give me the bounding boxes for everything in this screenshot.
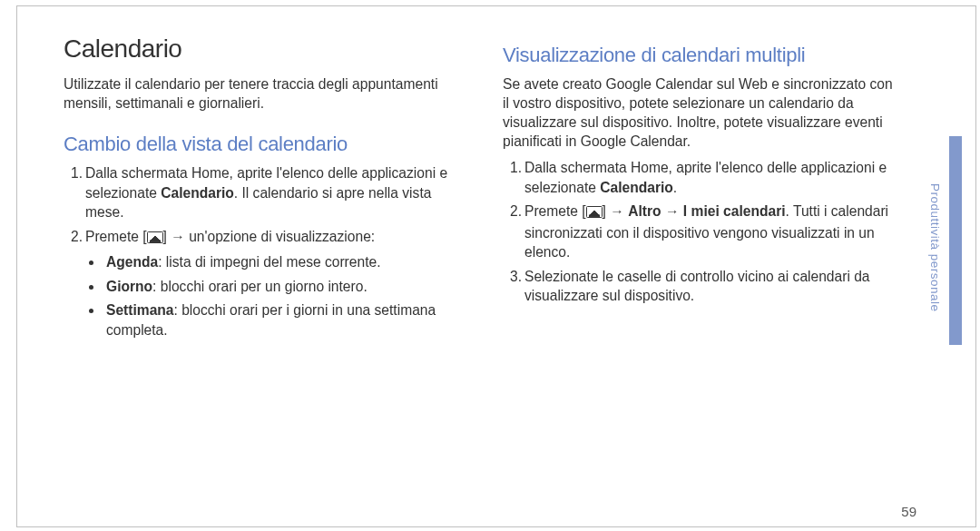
text-fragment: Premete [ [85, 229, 147, 244]
page-number: 59 [901, 504, 916, 519]
page: Calendario Utilizzate il calendario per … [0, 0, 931, 531]
text-fragment: : blocchi orari per un giorno intero. [152, 279, 368, 294]
left-step-1: 1. Dalla schermata Home, aprite l'elenco… [64, 163, 461, 222]
step-text: Dalla schermata Home, aprite l'elenco de… [524, 160, 887, 195]
bold-i-miei-calendari: I miei calendari [683, 203, 786, 219]
right-step-2: 2. Premete [] → Altro → I miei calendari… [503, 202, 900, 262]
right-step-3: 3. Selezionate le caselle di controllo v… [503, 267, 900, 306]
text-fragment: : lista di impegni del mese corrente. [158, 254, 380, 270]
intro-right: Se avete creato Google Calendar sul Web … [503, 74, 900, 151]
text-fragment: Premete [ [524, 203, 586, 219]
right-steps: 1. Dalla schermata Home, aprite l'elenco… [503, 158, 900, 310]
bullet-giorno: Giorno: blocchi orari per un giorno inte… [103, 277, 461, 297]
bold-agenda: Agenda [106, 254, 158, 270]
menu-key-icon [147, 229, 163, 249]
step-number: 1. [64, 163, 83, 183]
step-number: 1. [503, 158, 522, 178]
bold-giorno: Giorno [106, 279, 152, 294]
bullet-settimana: Settimana: blocchi orari per i giorni in… [103, 300, 461, 339]
step-text: Premete [] → Altro → I miei calendari. T… [524, 203, 888, 260]
left-column: Calendario Utilizzate il calendario per … [64, 34, 461, 531]
left-step-2: 2. Premete [] → un'opzione di visualizza… [64, 227, 461, 340]
right-column: Visualizzazione di calendari multipli Se… [503, 34, 900, 531]
bold-altro: Altro [628, 203, 661, 219]
text-fragment: . [673, 180, 677, 195]
svg-rect-1 [150, 241, 160, 242]
bold-calendario: Calendario [600, 180, 673, 195]
text-fragment: → [662, 203, 683, 219]
heading-calendario: Calendario [64, 34, 461, 64]
left-steps: 1. Dalla schermata Home, aprite l'elenco… [64, 163, 461, 344]
bold-calendario: Calendario [161, 185, 234, 201]
text-fragment: ] → [603, 203, 629, 219]
step-number: 2. [503, 202, 522, 221]
section-indicator-bar [949, 0, 962, 531]
step-text: Premete [] → un'opzione di visualizzazio… [85, 229, 375, 244]
bullet-agenda: Agenda: lista di impegni del mese corren… [103, 252, 461, 272]
bar-active-segment [949, 136, 962, 345]
bold-settimana: Settimana [106, 302, 174, 318]
step-text: Dalla schermata Home, aprite l'elenco de… [85, 165, 447, 220]
section-side-label: Produttività personale [928, 183, 942, 312]
step-text: Selezionate le caselle di controllo vici… [524, 269, 870, 304]
menu-key-icon [586, 203, 603, 223]
heading-calendari-multipli: Visualizzazione di calendari multipli [503, 44, 900, 67]
view-options-list: Agenda: lista di impegni del mese corren… [85, 252, 461, 339]
text-fragment: ] → un'opzione di visualizzazione: [163, 229, 376, 244]
intro-left: Utilizzate il calendario per tenere trac… [64, 74, 461, 113]
step-number: 2. [64, 227, 83, 247]
heading-cambio-vista: Cambio della vista del calendario [64, 133, 461, 156]
right-step-1: 1. Dalla schermata Home, aprite l'elenco… [503, 158, 900, 197]
svg-rect-3 [589, 215, 599, 217]
step-number: 3. [503, 267, 522, 287]
bar-spacer [949, 0, 962, 136]
text-fragment: Dalla schermata Home, aprite l'elenco de… [524, 160, 887, 195]
